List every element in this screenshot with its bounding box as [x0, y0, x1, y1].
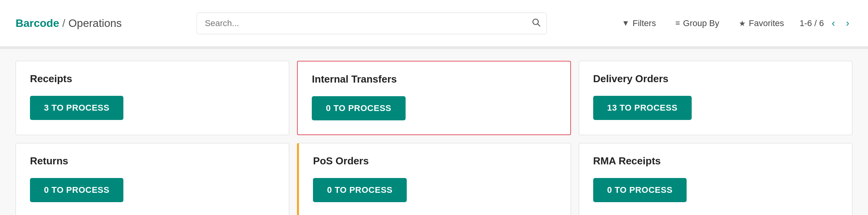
favorites-label: Favorites: [749, 18, 784, 28]
process-button-internal-transfers[interactable]: 0 TO PROCESS: [312, 96, 405, 120]
groupby-icon: ≡: [675, 19, 680, 28]
breadcrumb: Barcode / Operations: [16, 17, 122, 30]
filters-label: Filters: [633, 18, 656, 28]
search-icon: [531, 18, 541, 29]
card-title-internal-transfers: Internal Transfers: [312, 73, 556, 85]
process-button-delivery-orders[interactable]: 13 TO PROCESS: [593, 96, 692, 120]
search-area: [197, 12, 547, 34]
filters-button[interactable]: ▼ Filters: [622, 15, 656, 32]
cards-area: Receipts 3 TO PROCESS Internal Transfers…: [0, 49, 868, 215]
pagination: 1-6 / 6 ‹ ›: [799, 16, 852, 31]
card-receipts[interactable]: Receipts 3 TO PROCESS: [16, 61, 289, 135]
prev-page-button[interactable]: ‹: [829, 16, 838, 31]
groupby-label: Group By: [683, 18, 719, 28]
card-title-pos-orders: PoS Orders: [313, 155, 556, 167]
process-button-rma-receipts[interactable]: 0 TO PROCESS: [593, 178, 687, 202]
card-pos-orders[interactable]: PoS Orders 0 TO PROCESS: [297, 143, 571, 215]
svg-line-1: [538, 24, 540, 26]
search-box: [197, 12, 547, 34]
search-input[interactable]: [197, 12, 547, 34]
card-title-receipts: Receipts: [30, 73, 275, 85]
star-icon: ★: [739, 19, 746, 28]
process-button-pos-orders[interactable]: 0 TO PROCESS: [313, 178, 406, 202]
next-page-button[interactable]: ›: [843, 16, 852, 31]
card-title-rma-receipts: RMA Receipts: [593, 155, 838, 167]
top-bar: Barcode / Operations ▼ Filters ≡ Group B…: [0, 0, 868, 47]
filter-bar: ▼ Filters ≡ Group By ★ Favorites: [622, 15, 784, 32]
process-button-receipts[interactable]: 3 TO PROCESS: [30, 96, 123, 120]
card-rma-receipts[interactable]: RMA Receipts 0 TO PROCESS: [579, 143, 852, 215]
breadcrumb-separator: /: [62, 17, 65, 30]
breadcrumb-section: Operations: [69, 17, 122, 30]
breadcrumb-app[interactable]: Barcode: [16, 17, 59, 30]
pagination-text: 1-6 / 6: [799, 18, 824, 28]
toolbar-right: ▼ Filters ≡ Group By ★ Favorites 1-6 / 6…: [622, 15, 852, 32]
card-title-returns: Returns: [30, 155, 275, 167]
groupby-button[interactable]: ≡ Group By: [675, 15, 719, 32]
process-button-returns[interactable]: 0 TO PROCESS: [30, 178, 123, 202]
card-returns[interactable]: Returns 0 TO PROCESS: [16, 143, 289, 215]
card-delivery-orders[interactable]: Delivery Orders 13 TO PROCESS: [579, 61, 852, 135]
favorites-button[interactable]: ★ Favorites: [739, 15, 784, 32]
card-title-delivery-orders: Delivery Orders: [593, 73, 838, 85]
filter-icon: ▼: [622, 19, 629, 28]
card-internal-transfers[interactable]: Internal Transfers 0 TO PROCESS: [297, 61, 571, 135]
